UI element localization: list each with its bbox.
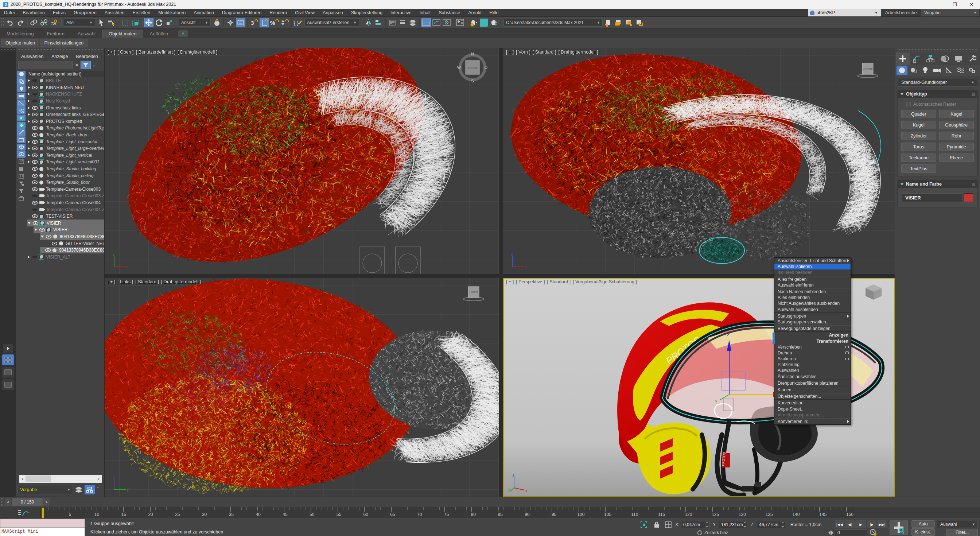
ribbon-button-objekte-malen[interactable]: Objekte malen: [2, 39, 39, 48]
explorer-item-template-camera-close004[interactable]: Template-Camera-Close004: [26, 199, 104, 207]
y-coordinate-field[interactable]: 181,231cm: [719, 521, 748, 528]
viewport-label[interactable]: [ + ][ Links ][ Standard ][ Drahtgitterm…: [108, 279, 203, 285]
explorer-item-template-light-vertical001[interactable]: Template_Light_vertical001: [26, 159, 104, 165]
list-view-icon[interactable]: [17, 158, 25, 165]
context-item-statusgruppen-verwalten-[interactable]: Statusgruppen verwalten...: [775, 319, 851, 325]
context-item-drehpunktoberfläche-platzieren[interactable]: Drehpunktoberfläche platzieren: [775, 380, 851, 386]
ribbon-tab-modellierung[interactable]: Modellierung: [0, 30, 40, 38]
expand-icon[interactable]: [28, 256, 30, 259]
context-item-auswahl-isolieren[interactable]: Auswahl isolieren: [775, 264, 851, 269]
context-item-auswahl-einfrieren[interactable]: Auswahl einfrieren: [775, 282, 851, 288]
redo-icon[interactable]: [16, 18, 25, 27]
lights-filter-icon[interactable]: [17, 85, 25, 92]
curve-editor-icon[interactable]: [422, 18, 431, 27]
context-item-auswählen[interactable]: Auswählen: [775, 367, 851, 374]
current-frame-marker[interactable]: [41, 507, 44, 519]
explorer-item-template-camera-close003[interactable]: Template-Camera-Close003: [26, 186, 104, 193]
explorer-item-netz-koroyd[interactable]: Netz Koroyd: [26, 98, 104, 105]
eye-closed-icon[interactable]: [32, 92, 38, 96]
explorer-item-template-studio-building[interactable]: Template_Studio_building: [26, 165, 104, 172]
menu-interactive[interactable]: Interactive: [387, 9, 415, 17]
clear-search-icon[interactable]: ✕: [75, 62, 79, 68]
time-config-icon[interactable]: [869, 528, 877, 536]
ribbon-toggle-icon[interactable]: [408, 18, 417, 27]
menu-substance[interactable]: Substance: [434, 9, 464, 17]
lock-selection-icon[interactable]: [652, 521, 660, 529]
expand-icon[interactable]: [28, 79, 30, 82]
coordinate-display-icon[interactable]: [664, 521, 672, 529]
selection-filter-dropdown[interactable]: Alle▼: [64, 19, 95, 27]
more-chevron-icon[interactable]: »: [97, 485, 99, 489]
eye-open-icon[interactable]: [32, 106, 38, 110]
explorer-item-template-light-vertical[interactable]: Template_Light_vertical: [26, 152, 104, 159]
render-production-icon[interactable]: [489, 18, 499, 27]
menu-animation[interactable]: Animation: [189, 9, 218, 17]
explorer-item-brille[interactable]: BRILLE: [26, 77, 104, 84]
context-item-ansichtsfenster-licht-und-schatten[interactable]: Ansichtsfenster: Licht und Schatten: [775, 258, 851, 264]
context-item-platzierung[interactable]: Platzierung: [775, 362, 851, 367]
maxscript-mini-listener[interactable]: MAXScript Mini: [0, 519, 85, 536]
eye-open-icon[interactable]: [32, 119, 38, 123]
explorer-item-visier[interactable]: VISIER: [26, 219, 104, 226]
menu-extras[interactable]: Extras: [49, 9, 70, 17]
pin-icon[interactable]: [972, 92, 975, 96]
systems-category-icon[interactable]: [967, 66, 977, 75]
script-listener-icon[interactable]: [635, 18, 644, 27]
viewcube[interactable]: OBEN N S O W: [457, 52, 488, 83]
expand-icon[interactable]: [28, 222, 30, 224]
explorer-item-template-studio-floor[interactable]: Template_Studio_floor: [26, 179, 104, 186]
select-manipulate-icon[interactable]: [226, 18, 235, 27]
eye-closed-icon[interactable]: [32, 255, 38, 259]
tab-display[interactable]: [951, 52, 966, 65]
eye-open-icon[interactable]: [32, 160, 38, 164]
explorer-tab-bearbeiten[interactable]: Bearbeiten: [76, 54, 98, 59]
explorer-item-template-camera-close003-ziel[interactable]: Template-Camera-Close003.Ziel: [26, 192, 104, 199]
rollout-header[interactable]: Objekttyp: [897, 90, 977, 98]
mirror-icon[interactable]: [364, 18, 373, 27]
explorer-item-ohrenschutz-links[interactable]: Ohrenschutz links: [26, 104, 104, 111]
frozen-icon[interactable]: [17, 165, 25, 172]
z-coordinate-field[interactable]: 46,777cm: [757, 521, 785, 528]
set-key-button[interactable]: K. einst.: [912, 528, 935, 536]
ribbon-tab-auswahl[interactable]: Auswahl: [71, 30, 102, 38]
eye-open-icon[interactable]: [52, 242, 57, 245]
expand-icon[interactable]: [28, 140, 30, 143]
tab-modify[interactable]: [910, 52, 923, 65]
create-pyramide-button[interactable]: Pyramide: [939, 143, 974, 151]
menu-arnold[interactable]: Arnold: [464, 9, 485, 17]
track-bar[interactable]: 0510152025303540455055606570758085909510…: [0, 507, 980, 519]
create-quader-button[interactable]: Quader: [901, 110, 936, 118]
eye-open-icon[interactable]: [33, 221, 38, 225]
menu-skripterstellung[interactable]: Skripterstellung: [347, 9, 387, 17]
shapes-category-icon[interactable]: [908, 66, 919, 75]
rotate-tool-icon[interactable]: [154, 18, 164, 27]
explorer-item-kinnriemen-neu[interactable]: KINNRIEMEN NEU: [26, 84, 104, 91]
layers-icon[interactable]: [75, 487, 83, 493]
selection-set-dropdown[interactable]: Auswahl▼: [937, 521, 978, 528]
menu-diagramm-editoren[interactable]: Diagramm-Editoren: [218, 9, 266, 17]
expand-icon[interactable]: [28, 161, 30, 163]
filter-icon[interactable]: [17, 188, 25, 194]
expand-icon[interactable]: [41, 235, 44, 238]
create-textplus-button[interactable]: TextPlus: [901, 164, 936, 173]
viewcube[interactable]: VORNE: [857, 61, 879, 78]
snap-3d-icon[interactable]: 3: [250, 18, 259, 27]
context-item-klonen[interactable]: Klonen: [775, 387, 851, 393]
select-by-name-icon[interactable]: [107, 18, 116, 27]
go-to-end-button[interactable]: ▶▶|: [877, 520, 887, 528]
maximize-button[interactable]: ❐: [947, 0, 963, 9]
context-item-nicht-ausgewähltes-ausblenden[interactable]: Nicht Ausgewähltes ausblenden: [775, 301, 851, 306]
isolate-selection-toggle[interactable]: [640, 521, 648, 529]
checkbox[interactable]: [906, 102, 911, 107]
eye-closed-icon[interactable]: [32, 99, 38, 103]
eye-open-icon[interactable]: [40, 228, 45, 232]
eye-open-icon[interactable]: [32, 86, 38, 89]
expand-icon[interactable]: [28, 92, 30, 95]
biped-filter-icon[interactable]: [17, 144, 25, 151]
eye-open-icon[interactable]: [32, 167, 38, 171]
panel-handle[interactable]: [18, 49, 103, 52]
context-item-ähnliche-auswählen[interactable]: Ähnliche auswählen: [775, 374, 851, 380]
menu-anpassen[interactable]: Anpassen: [319, 9, 347, 17]
containers-filter-icon[interactable]: [17, 136, 25, 143]
eye-open-icon[interactable]: [32, 180, 38, 184]
